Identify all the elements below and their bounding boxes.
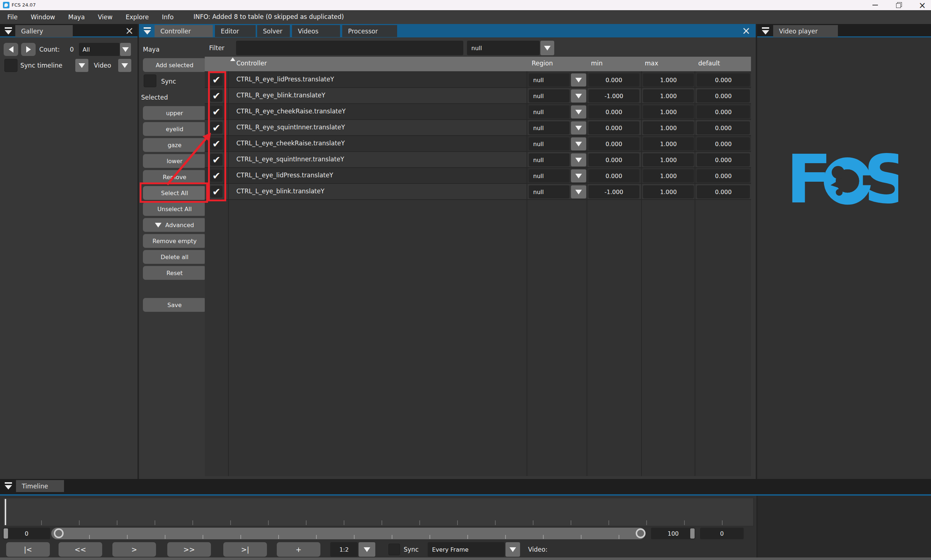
region-select[interactable]: null <box>529 185 569 198</box>
go-to-end-button[interactable]: >| <box>223 542 267 557</box>
region-select[interactable]: null <box>529 169 569 182</box>
advanced-button[interactable]: Advanced <box>143 218 206 232</box>
region-dropdown-button[interactable] <box>571 74 586 86</box>
upper-button[interactable]: upper <box>143 106 206 120</box>
sync-timeline-checkbox[interactable] <box>5 59 17 72</box>
region-select[interactable]: null <box>529 89 569 103</box>
region-filter-dropdown-button[interactable] <box>540 41 554 55</box>
remove-empty-button[interactable]: Remove empty <box>143 234 206 248</box>
controller-panel-menu-icon[interactable] <box>141 25 154 36</box>
default-field[interactable]: 0.000 <box>697 169 750 182</box>
region-dropdown-button[interactable] <box>571 89 586 103</box>
region-filter-select[interactable]: null <box>467 41 540 55</box>
tab-video-player[interactable]: Video player <box>773 25 838 37</box>
min-field[interactable]: 0.000 <box>589 153 639 166</box>
default-field[interactable]: 0.000 <box>697 89 750 103</box>
column-header-region[interactable]: Region <box>532 60 553 67</box>
close-button[interactable] <box>914 0 929 10</box>
region-dropdown-button[interactable] <box>571 137 586 151</box>
max-field[interactable]: 1.000 <box>643 89 694 103</box>
table-row[interactable]: ✔CTRL_L_eye_cheekRaise.translateYnull0.0… <box>205 136 751 152</box>
tab-processor[interactable]: Processor <box>342 25 397 37</box>
table-row[interactable]: ✔CTRL_L_eye_blink.translateYnull-1.0001.… <box>205 184 751 200</box>
max-field[interactable]: 1.000 <box>643 105 694 118</box>
table-row[interactable]: ✔CTRL_R_eye_squintInner.translateYnull0.… <box>205 120 751 136</box>
menu-item-maya[interactable]: Maya <box>68 14 85 21</box>
column-header-max[interactable]: max <box>645 60 658 67</box>
save-button[interactable]: Save <box>143 298 206 312</box>
region-select[interactable]: null <box>529 153 569 166</box>
gallery-range-dropdown-button[interactable] <box>120 43 131 56</box>
default-field[interactable]: 0.000 <box>697 122 750 134</box>
column-header-controller[interactable]: Controller <box>236 60 267 67</box>
gallery-video-dropdown-button[interactable] <box>118 59 131 72</box>
min-field[interactable]: 0.000 <box>589 74 639 86</box>
region-select[interactable]: null <box>529 137 569 151</box>
range-end-handle[interactable] <box>690 528 695 538</box>
tab-solver[interactable]: Solver <box>257 25 290 37</box>
reset-button[interactable]: Reset <box>143 266 206 280</box>
region-dropdown-button[interactable] <box>571 169 586 182</box>
range-start-handle[interactable] <box>4 528 8 538</box>
tab-timeline[interactable]: Timeline <box>16 480 64 492</box>
bottom-resize-grip[interactable] <box>0 557 931 560</box>
go-to-start-button[interactable]: |< <box>6 542 50 557</box>
add-button[interactable]: + <box>277 542 321 557</box>
range-start-field[interactable]: 0 <box>3 528 50 539</box>
table-row[interactable]: ✔CTRL_R_eye_cheekRaise.translateYnull0.0… <box>205 104 751 120</box>
region-dropdown-button[interactable] <box>571 122 586 134</box>
max-field[interactable]: 1.000 <box>643 122 694 134</box>
unselect-all-button[interactable]: Unselect All <box>143 202 206 216</box>
default-field[interactable]: 0.000 <box>697 185 750 198</box>
min-field[interactable]: -1.000 <box>589 185 639 198</box>
table-header[interactable] <box>205 57 751 71</box>
region-dropdown-button[interactable] <box>571 153 586 166</box>
menu-item-info[interactable]: Info <box>162 14 173 21</box>
timeline-sync-checkbox[interactable] <box>388 544 400 555</box>
timeline-track[interactable] <box>3 498 754 526</box>
gallery-prev-button[interactable] <box>4 43 18 56</box>
slider-handle-left[interactable] <box>54 528 64 538</box>
table-row[interactable]: ✔CTRL_L_eye_squintInner.translateYnull0.… <box>205 152 751 168</box>
add-selected-button[interactable]: Add selected <box>143 58 206 72</box>
min-field[interactable]: 0.000 <box>589 122 639 134</box>
max-field[interactable]: 1.000 <box>643 74 694 86</box>
max-field[interactable]: 1.000 <box>643 185 694 198</box>
default-field[interactable]: 0.000 <box>697 74 750 86</box>
region-select[interactable]: null <box>529 74 569 86</box>
slider-handle-right[interactable] <box>636 528 646 538</box>
tab-videos[interactable]: Videos <box>292 25 340 37</box>
fast-forward-button[interactable]: >> <box>167 542 211 557</box>
column-header-default[interactable]: default <box>698 60 720 67</box>
region-select[interactable]: null <box>529 105 569 118</box>
region-dropdown-button[interactable] <box>571 185 586 198</box>
video-panel-menu-icon[interactable] <box>759 25 772 36</box>
max-field[interactable]: 1.000 <box>643 137 694 151</box>
gallery-close-icon[interactable]: × <box>125 27 134 35</box>
min-field[interactable]: 0.000 <box>589 137 639 151</box>
step-forward-button[interactable]: > <box>113 542 156 557</box>
gallery-panel-menu-icon[interactable] <box>2 25 15 36</box>
min-field[interactable]: 0.000 <box>589 169 639 182</box>
sync-timeline-dropdown-button[interactable] <box>75 59 88 72</box>
max-field[interactable]: 1.000 <box>643 153 694 166</box>
sync-checkbox[interactable] <box>143 74 156 87</box>
table-row[interactable]: ✔CTRL_R_eye_blink.translateYnull-1.0001.… <box>205 88 751 104</box>
menu-item-explore[interactable]: Explore <box>125 14 149 21</box>
controller-close-icon[interactable]: × <box>742 27 750 35</box>
table-row[interactable]: ✔CTRL_R_eye_lidPress.translateYnull0.000… <box>205 72 751 88</box>
step-ratio-dropdown-button[interactable] <box>359 542 375 557</box>
gallery-next-button[interactable] <box>21 43 35 56</box>
range-end-field[interactable]: 100 <box>651 528 695 539</box>
step-back-button[interactable]: << <box>59 542 102 557</box>
tab-gallery[interactable]: Gallery <box>15 25 73 37</box>
gallery-range-select[interactable]: All <box>79 43 120 56</box>
column-header-min[interactable]: min <box>591 60 603 67</box>
minimize-button[interactable] <box>867 0 883 10</box>
min-field[interactable]: 0.000 <box>589 105 639 118</box>
table-row[interactable]: ✔CTRL_L_eye_lidPress.translateYnull0.000… <box>205 168 751 184</box>
current-frame-field[interactable]: 0 <box>700 528 744 539</box>
min-field[interactable]: -1.000 <box>589 89 639 103</box>
menu-item-window[interactable]: Window <box>31 14 55 21</box>
filter-input[interactable] <box>236 41 463 55</box>
